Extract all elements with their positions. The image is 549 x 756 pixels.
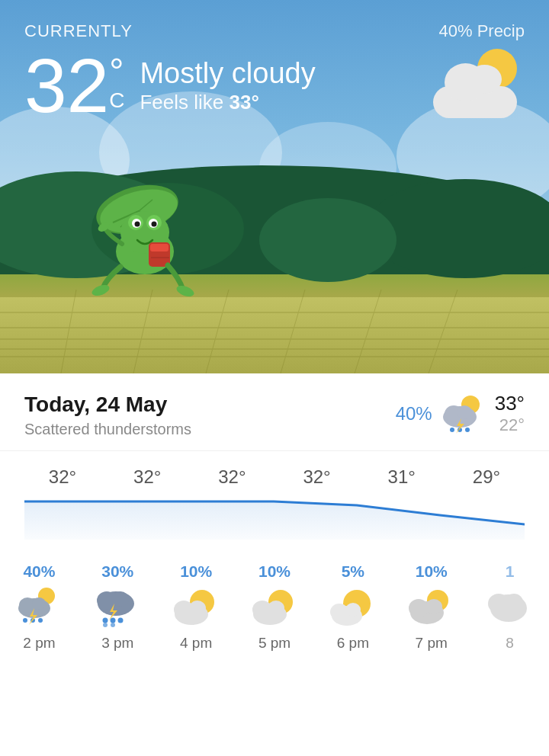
hourly-item-3pm: 30% 3 pm	[79, 562, 157, 652]
svg-rect-26	[150, 244, 169, 251]
svg-point-43	[23, 618, 27, 623]
today-left: Today, 24 May Scattered thunderstorms	[24, 392, 396, 438]
temp-degree: °	[109, 53, 124, 90]
hourly-precip-8pm: 1	[506, 562, 515, 581]
hourly-time-5pm: 5 pm	[258, 635, 291, 652]
cloud-icon	[433, 69, 517, 118]
feels-like-prefix: Feels like	[140, 91, 229, 114]
precip-label: 40% Precip	[438, 21, 525, 41]
temp-values-row: 32° 32° 32° 32° 31° 29°	[24, 466, 525, 488]
hourly-icon-7pm	[409, 587, 454, 629]
hourly-item-8pm: 1 8	[470, 562, 549, 652]
svg-point-35	[450, 428, 454, 432]
hourly-time-2pm: 2 pm	[23, 635, 55, 652]
today-temps: 33° 22°	[495, 392, 525, 435]
svg-point-37	[465, 428, 470, 432]
temp-val-0: 32°	[24, 466, 101, 488]
svg-point-53	[103, 623, 108, 627]
condition-block: Mostly cloudy Feels like 33°	[140, 56, 315, 115]
svg-point-71	[425, 599, 442, 614]
svg-point-70	[409, 599, 429, 617]
svg-point-29	[175, 284, 196, 298]
temp-val-3: 32°	[279, 466, 355, 488]
svg-line-9	[355, 290, 381, 373]
svg-point-63	[268, 601, 284, 616]
landscape-scene	[0, 145, 549, 373]
weather-header: CURRENTLY 40% Precip 32 ° C Mostly cloud…	[0, 0, 549, 373]
svg-point-28	[91, 283, 111, 297]
frog-character	[76, 168, 214, 320]
temp-val-1: 32°	[109, 466, 185, 488]
hourly-precip-4pm: 10%	[180, 562, 212, 581]
temp-condition: 32 ° C Mostly cloudy Feels like 33°	[24, 47, 316, 123]
today-precip: 40%	[396, 403, 432, 424]
condition-text: Mostly cloudy	[140, 56, 315, 91]
hourly-time-3pm: 3 pm	[101, 635, 133, 652]
svg-line-8	[281, 290, 305, 373]
hourly-precip-3pm: 30%	[101, 562, 133, 581]
hourly-item-6pm: 5% 6 pm	[313, 562, 392, 652]
svg-point-24	[152, 222, 157, 227]
hourly-row: 40% 2 pm 30%	[0, 562, 549, 652]
header-info: CURRENTLY 40% Precip	[0, 0, 549, 41]
today-condition: Scattered thunderstorms	[24, 421, 396, 438]
temp-chart-section: 32° 32° 32° 32° 31° 29°	[0, 451, 549, 550]
feels-like: Feels like 33°	[140, 91, 315, 114]
svg-point-23	[135, 222, 140, 227]
hourly-precip-5pm: 10%	[258, 562, 291, 581]
temp-degree-unit: ° C	[109, 47, 124, 111]
hourly-time-8pm: 8	[506, 635, 514, 652]
svg-point-51	[111, 617, 116, 623]
svg-point-66	[330, 604, 348, 620]
hourly-icon-3pm	[95, 587, 140, 629]
temp-val-2: 32°	[194, 466, 270, 488]
temp-block: 32 ° C	[24, 47, 124, 123]
hourly-icon-2pm	[16, 587, 62, 629]
svg-point-42	[32, 597, 46, 610]
hourly-icon-6pm	[330, 587, 376, 629]
hourly-icon-5pm	[252, 587, 297, 629]
currently-label: CURRENTLY	[24, 21, 133, 41]
hourly-precip-2pm: 40%	[23, 562, 55, 581]
today-weather-icon	[441, 394, 486, 434]
hourly-time-7pm: 7 pm	[416, 635, 448, 652]
svg-point-45	[38, 618, 43, 623]
temperature-chart-svg	[24, 494, 525, 540]
svg-point-59	[189, 601, 206, 616]
weather-bottom: Today, 24 May Scattered thunderstorms 40…	[0, 373, 549, 664]
temp-val-5: 29°	[448, 466, 525, 488]
feels-like-temp: 33°	[230, 91, 259, 114]
hourly-icon-8pm	[487, 587, 533, 629]
hourly-icon-4pm	[173, 587, 219, 629]
hourly-item-7pm: 10% 7 pm	[392, 562, 470, 652]
today-section: Today, 24 May Scattered thunderstorms 40…	[0, 373, 549, 451]
hourly-precip-6pm: 5%	[342, 562, 364, 581]
today-date: Today, 24 May	[24, 392, 396, 418]
svg-line-5	[61, 290, 76, 373]
hourly-item-2pm: 40% 2 pm	[0, 562, 79, 652]
svg-point-50	[103, 617, 108, 623]
hourly-time-4pm: 4 pm	[180, 635, 212, 652]
hourly-item-5pm: 10% 5 pm	[236, 562, 314, 652]
hourly-section: 40% 2 pm 30%	[0, 550, 549, 664]
weather-icon-top-right	[433, 46, 525, 122]
temperature-value: 32	[24, 47, 109, 123]
temp-val-4: 31°	[364, 466, 440, 488]
today-right: 40% 33° 22°	[396, 392, 525, 435]
today-low-temp: 22°	[499, 415, 525, 435]
svg-point-54	[111, 623, 115, 627]
cloud-bump	[467, 65, 502, 94]
today-high-temp: 33°	[495, 392, 525, 415]
svg-point-74	[505, 594, 523, 610]
hourly-time-6pm: 6 pm	[337, 635, 369, 652]
svg-point-49	[112, 591, 129, 607]
temp-unit: C	[109, 90, 124, 111]
svg-point-67	[345, 603, 361, 617]
hourly-item-4pm: 10% 4 pm	[157, 562, 236, 652]
tree-center-right	[259, 198, 396, 282]
svg-point-34	[457, 405, 472, 419]
cloud-sun-icon	[433, 46, 525, 122]
svg-point-52	[118, 617, 124, 623]
hourly-precip-7pm: 10%	[416, 562, 448, 581]
svg-line-10	[429, 290, 458, 373]
